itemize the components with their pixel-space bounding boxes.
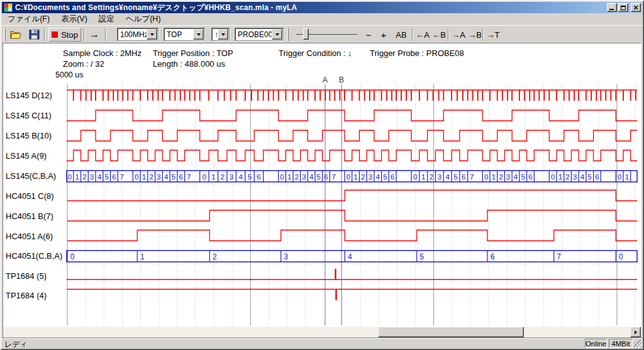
svg-text:3: 3 [90, 173, 94, 181]
svg-text:3: 3 [438, 173, 441, 181]
svg-text:2: 2 [295, 173, 299, 181]
svg-text:4: 4 [164, 173, 169, 181]
svg-text:1: 1 [492, 173, 496, 181]
svg-text:7: 7 [470, 173, 474, 181]
svg-text:5: 5 [317, 173, 321, 181]
svg-text:4: 4 [309, 173, 314, 181]
svg-text:5: 5 [248, 173, 252, 181]
svg-text:1: 1 [287, 173, 291, 181]
svg-text:0: 0 [203, 173, 206, 181]
svg-text:2: 2 [213, 252, 217, 261]
svg-text:2: 2 [82, 173, 86, 181]
svg-text:0: 0 [280, 173, 284, 181]
svg-text:6: 6 [257, 173, 260, 181]
svg-text:5: 5 [172, 173, 175, 181]
svg-text:4: 4 [514, 173, 518, 181]
svg-text:5: 5 [383, 173, 387, 181]
svg-text:2: 2 [221, 173, 225, 181]
svg-text:3: 3 [506, 173, 510, 181]
svg-text:4: 4 [580, 173, 585, 181]
svg-text:7: 7 [187, 173, 191, 181]
scrollbar-right-button[interactable] [630, 327, 641, 337]
svg-text:6: 6 [391, 173, 394, 181]
svg-text:5: 5 [521, 173, 525, 181]
svg-text:6: 6 [112, 173, 116, 181]
svg-text:B: B [339, 76, 344, 84]
svg-text:3: 3 [302, 173, 306, 181]
svg-text:3: 3 [369, 173, 372, 181]
svg-text:1: 1 [211, 173, 215, 181]
svg-text:1: 1 [75, 173, 79, 181]
svg-text:0: 0 [347, 173, 350, 181]
svg-text:0: 0 [413, 173, 417, 181]
waveform-plot[interactable]: AB01234567012345670123456012345670123456… [0, 0, 644, 350]
svg-text:4: 4 [97, 173, 102, 181]
resize-grip[interactable] [634, 340, 642, 348]
scrollbar-thumb[interactable] [378, 327, 524, 337]
svg-text:3: 3 [157, 173, 160, 181]
svg-text:1: 1 [142, 173, 146, 181]
svg-text:7: 7 [332, 173, 336, 181]
svg-text:4: 4 [238, 173, 243, 181]
svg-text:2: 2 [499, 173, 502, 181]
svg-text:0: 0 [135, 173, 138, 181]
svg-text:4: 4 [348, 252, 352, 261]
svg-text:0: 0 [618, 173, 621, 181]
svg-text:1: 1 [625, 173, 629, 181]
svg-text:7: 7 [120, 173, 124, 181]
svg-text:2: 2 [430, 173, 433, 181]
svg-text:2: 2 [565, 173, 569, 181]
svg-text:5: 5 [419, 252, 424, 261]
status-bar: レディ Online 4MBit [2, 338, 642, 348]
svg-text:5: 5 [588, 173, 592, 181]
svg-text:1: 1 [140, 252, 145, 261]
svg-text:0: 0 [484, 173, 488, 181]
svg-text:0: 0 [70, 252, 75, 261]
svg-text:3: 3 [284, 252, 288, 261]
svg-text:0: 0 [68, 173, 72, 181]
svg-text:6: 6 [491, 252, 495, 261]
svg-text:2: 2 [361, 173, 365, 181]
status-ready-text: レディ [4, 339, 28, 350]
svg-text:1: 1 [421, 173, 425, 181]
svg-text:5: 5 [453, 173, 457, 181]
svg-text:6: 6 [462, 173, 465, 181]
horizontal-scrollbar[interactable] [3, 327, 641, 337]
right-triangle-icon [635, 330, 637, 334]
svg-text:1: 1 [353, 173, 357, 181]
svg-text:7: 7 [557, 252, 561, 261]
app-window: C:¥Documents and Settings¥noname¥デスクトップ¥… [0, 0, 644, 350]
status-online-panel: Online [585, 339, 607, 348]
status-memory-panel: 4MBit [609, 339, 633, 348]
svg-text:0: 0 [619, 252, 623, 261]
svg-text:6: 6 [324, 173, 328, 181]
svg-text:5: 5 [104, 173, 108, 181]
svg-text:6: 6 [528, 173, 532, 181]
svg-text:3: 3 [230, 173, 233, 181]
svg-text:0: 0 [551, 173, 555, 181]
svg-text:6: 6 [179, 173, 183, 181]
svg-text:3: 3 [573, 173, 577, 181]
svg-text:1: 1 [558, 173, 562, 181]
svg-text:2: 2 [150, 173, 153, 181]
svg-text:A: A [323, 76, 328, 84]
svg-text:4: 4 [376, 173, 380, 181]
svg-text:4: 4 [445, 173, 450, 181]
svg-text:6: 6 [595, 173, 599, 181]
